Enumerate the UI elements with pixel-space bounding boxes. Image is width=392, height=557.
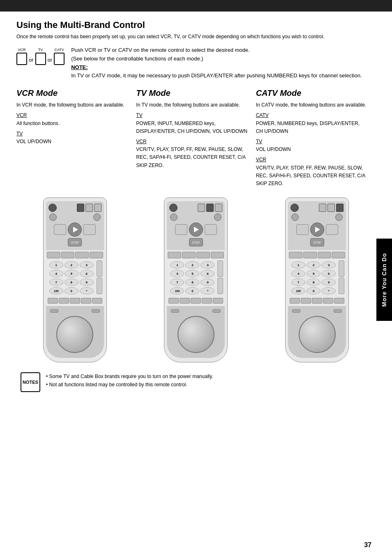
t-bot-btn-5 <box>213 298 223 304</box>
t-vol-up <box>217 260 223 277</box>
func-btn-3 <box>75 252 89 258</box>
instruction-text: Push VCR or TV or CATV on the remote con… <box>71 46 362 80</box>
c-bot-btn-4 <box>323 298 333 304</box>
sidebar-tab: More You Can Do <box>376 239 392 321</box>
vcr-label: VCR <box>18 48 25 52</box>
vcr-mode-intro: In VCR mode, the following buttons are a… <box>16 102 125 108</box>
func-btn-2 <box>61 252 75 258</box>
remote-catv: STOP 1 2 3 4 5 <box>281 197 353 362</box>
note-label: NOTE: <box>71 64 88 70</box>
catv-tv-text: VOL UP/DOWN <box>256 146 291 152</box>
input-btn-3 <box>335 214 343 221</box>
func-btn-4 <box>90 252 103 258</box>
sidebar-tab-text: More You Can Do <box>381 253 387 306</box>
bullet-icon-1: • <box>46 374 49 379</box>
c-num-3: 3 <box>322 261 336 269</box>
num-7: 7 <box>49 278 63 286</box>
notes-icon-label: NOTES <box>23 380 38 385</box>
c-num-0: 0 <box>307 287 321 295</box>
push-instruction: VCR or TV or CATV Push VCR or TV or CATV… <box>16 46 376 80</box>
c-main-wheel <box>299 316 336 353</box>
func-btn-1 <box>47 252 60 258</box>
t-num-100: 100 <box>170 287 184 295</box>
t-num-1: 1 <box>170 261 184 269</box>
bot-btn-5 <box>92 298 102 304</box>
play-icon-3 <box>315 227 320 232</box>
num-1: 1 <box>49 261 63 269</box>
main-wheel <box>56 316 93 353</box>
tv-button-icon <box>35 53 46 65</box>
vcr-mode-title: VCR Mode <box>16 88 128 98</box>
c-num-7: 7 <box>291 278 305 286</box>
remote-catv-body: STOP 1 2 3 4 5 <box>285 197 349 362</box>
jog-left-2 <box>175 224 187 235</box>
vcr-button-group: VCR <box>16 48 27 65</box>
t-bot-btn-1 <box>168 298 179 304</box>
vcr-mode-btn <box>77 204 84 212</box>
num-2: 2 <box>65 261 78 269</box>
note-1: Some TV and Cable Box brands require you… <box>49 374 213 379</box>
num-4: 4 <box>49 270 63 277</box>
t-num-8: 8 <box>185 278 199 286</box>
t-num-9: 9 <box>201 278 214 286</box>
stop-btn-2: STOP <box>189 238 203 246</box>
tv-mode-btn-3 <box>327 204 335 212</box>
num-6: 6 <box>80 270 94 277</box>
c-vol-down <box>339 278 344 294</box>
num-5: 5 <box>65 270 78 277</box>
jog-right <box>83 224 96 235</box>
input-btn <box>93 214 101 221</box>
power-btn-tv <box>169 204 178 212</box>
c-num-100: 100 <box>291 287 305 295</box>
t-num-3: 3 <box>201 261 214 269</box>
tv-mode-btn-2 <box>206 204 214 212</box>
tv-mode-btn <box>85 204 93 212</box>
num-3: 3 <box>80 261 94 269</box>
small-wheel-l <box>50 309 58 313</box>
page-title: Using the Multi-Brand Control <box>16 20 376 30</box>
vcrtv-btn-2 <box>170 214 178 221</box>
stop-btn: STOP <box>68 238 82 246</box>
catv-vcr-label: VCR <box>256 156 367 164</box>
vcr-button-icon <box>16 53 27 65</box>
jog-right-3 <box>326 224 338 235</box>
play-btn-3 <box>310 223 324 237</box>
c-num-2: 2 <box>307 261 321 269</box>
c-num-6: 6 <box>322 270 336 277</box>
func-btn-c4 <box>332 252 345 258</box>
num-9: 9 <box>80 278 94 286</box>
remote-tv: STOP 1 2 3 4 5 <box>160 197 232 362</box>
vcr-mode-btn-2 <box>198 204 205 212</box>
catv-catv-label: CATV <box>256 111 367 119</box>
push-text: Push VCR or TV or CATV on the remote con… <box>71 47 250 53</box>
catv-mode-btn-2 <box>215 204 222 212</box>
play-icon <box>73 227 78 232</box>
c-small-wheel-l <box>292 309 300 313</box>
vcrtv-btn-3 <box>291 214 299 221</box>
vcr-mode-col: VCR Mode In VCR mode, the following butt… <box>16 88 136 188</box>
page-number: 37 <box>364 541 371 549</box>
catv-tv-label: TV <box>256 138 367 146</box>
tv-mode-title: TV Mode <box>136 88 247 98</box>
c-small-wheel-r <box>334 309 342 313</box>
play-btn <box>68 223 82 237</box>
mode-btns-vcr <box>77 204 101 212</box>
c-num-1: 1 <box>291 261 305 269</box>
t-bot-btn-3 <box>191 298 201 304</box>
notes-icon: NOTES <box>21 372 40 392</box>
num-star: * <box>80 287 94 295</box>
stop-btn-3: STOP <box>310 238 324 246</box>
play-icon-2 <box>194 227 199 232</box>
t-small-wheel-r <box>212 309 221 313</box>
num-100: 100 <box>49 287 63 295</box>
catv-button-icon <box>54 53 65 65</box>
num-8: 8 <box>65 278 78 286</box>
intro-text: Once the remote control has been properl… <box>16 33 376 40</box>
bot-btn-2 <box>59 298 69 304</box>
c-bot-btn-1 <box>290 298 300 304</box>
func-btn-t4 <box>211 252 224 258</box>
tv-tv-text: POWER, INPUT, NUMBERED keys, DISPLAY/ENT… <box>136 121 247 134</box>
remotes-row: STOP 1 2 3 <box>16 197 376 362</box>
tv-mode-intro: In TV mode, the following buttons are av… <box>136 102 240 108</box>
bot-btn-1 <box>48 298 58 304</box>
